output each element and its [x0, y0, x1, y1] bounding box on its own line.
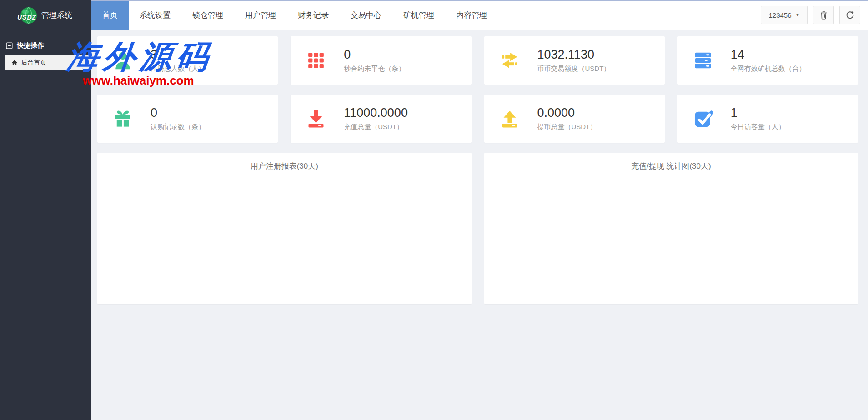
nav-tab-user-management[interactable]: 用户管理	[234, 0, 287, 30]
check-square-icon	[692, 108, 713, 129]
stat-value: 0	[151, 106, 205, 120]
stat-label: 今日访客量（人）	[731, 123, 785, 131]
stat-value: 11000.0000	[344, 106, 408, 120]
servers-icon	[692, 50, 713, 71]
sidebar-item-label: 后台首页	[21, 59, 46, 67]
refresh-button[interactable]	[839, 6, 860, 24]
user-dropdown-label: 123456	[769, 11, 792, 19]
nav-tab-home[interactable]: 首页	[91, 0, 129, 30]
stat-card-trade-volume: 1032.1130 币币交易额度（USDT）	[484, 36, 665, 85]
stat-cards: 3 注册总人数（人） 0 秒合约未平仓（条）	[97, 36, 858, 143]
stat-card-subscriptions: 0 认购记录数（条）	[97, 95, 278, 143]
stat-card-withdrawals-total: 0.0000 提币总量（USDT）	[484, 95, 665, 143]
stat-value: 0.0000	[537, 106, 597, 120]
brand-logo: USDZ 管理系统	[0, 0, 91, 30]
user-icon	[112, 50, 133, 71]
sidebar: 快捷操作 后台首页	[0, 30, 91, 420]
stat-value: 3	[151, 48, 205, 62]
nav-tab-system-settings[interactable]: 系统设置	[129, 0, 181, 30]
chart-title: 充值/提现 统计图(30天)	[484, 153, 858, 171]
stat-label: 注册总人数（人）	[151, 65, 205, 73]
chart-title: 用户注册报表(30天)	[97, 153, 472, 171]
header-controls: 123456 ▼	[761, 6, 860, 24]
home-icon	[11, 60, 18, 66]
stat-value: 1	[731, 106, 785, 120]
trash-icon	[819, 10, 828, 20]
trash-button[interactable]	[813, 6, 834, 24]
nav-tab-trade-center[interactable]: 交易中心	[340, 0, 392, 30]
collapse-minus-icon	[6, 42, 13, 49]
caret-down-icon: ▼	[796, 13, 800, 17]
chart-panel-user-registrations: 用户注册报表(30天)	[97, 153, 472, 304]
stat-label: 全网有效矿机总数（台）	[731, 65, 806, 73]
nav-tab-lockup-management[interactable]: 锁仓管理	[181, 0, 234, 30]
header: USDZ 管理系统 首页 系统设置 锁仓管理 用户管理 财务记录 交易中心 矿机…	[0, 0, 868, 30]
refresh-icon	[845, 10, 855, 20]
grid-icon	[306, 50, 326, 71]
globe-logo-icon: USDZ	[19, 6, 38, 25]
upload-icon	[499, 108, 520, 129]
stat-card-visitors-today: 1 今日访客量（人）	[677, 95, 858, 143]
stat-label: 秒合约未平仓（条）	[344, 65, 405, 73]
chart-panel-deposit-withdraw: 充值/提现 统计图(30天)	[484, 153, 858, 304]
stat-label: 币币交易额度（USDT）	[537, 65, 611, 73]
nav-tab-finance-records[interactable]: 财务记录	[287, 0, 340, 30]
sidebar-section-quick-actions[interactable]: 快捷操作	[0, 30, 91, 55]
exchange-arrows-icon	[499, 50, 520, 71]
user-dropdown[interactable]: 123456 ▼	[761, 6, 808, 24]
stat-value: 1032.1130	[537, 48, 611, 62]
gift-icon	[112, 108, 133, 129]
stat-value: 0	[344, 48, 405, 62]
nav-tab-content-management[interactable]: 内容管理	[445, 0, 498, 30]
stat-card-deposits-total: 11000.0000 充值总量（USDT）	[291, 95, 471, 143]
stat-value: 14	[731, 48, 806, 62]
top-nav: 首页 系统设置 锁仓管理 用户管理 财务记录 交易中心 矿机管理 内容管理	[91, 0, 498, 30]
stat-label: 充值总量（USDT）	[344, 123, 408, 131]
stat-label: 提币总量（USDT）	[537, 123, 597, 131]
sidebar-section-title: 快捷操作	[17, 41, 44, 50]
app-title: 管理系统	[41, 10, 72, 20]
nav-tab-miner-management[interactable]: 矿机管理	[392, 0, 445, 30]
stat-label: 认购记录数（条）	[151, 123, 205, 131]
stat-card-open-contracts: 0 秒合约未平仓（条）	[291, 36, 471, 85]
sidebar-item-backend-home[interactable]: 后台首页	[5, 55, 91, 70]
stat-card-registered-users: 3 注册总人数（人）	[97, 36, 278, 85]
download-icon	[306, 108, 326, 129]
chart-panels: 用户注册报表(30天) 充值/提现 统计图(30天)	[97, 153, 858, 304]
stat-card-miners-total: 14 全网有效矿机总数（台）	[677, 36, 858, 85]
brand-logo-text: USDZ	[17, 14, 36, 21]
